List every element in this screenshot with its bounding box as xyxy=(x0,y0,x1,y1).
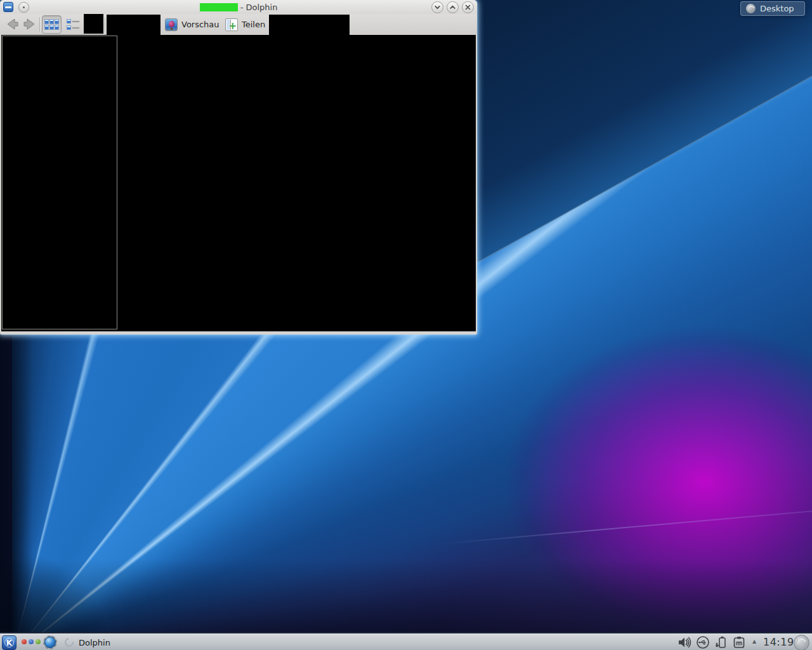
taskbar-panel: K Dolphin xyxy=(0,632,812,650)
preview-balloon-icon xyxy=(165,18,178,31)
window-menu-icon[interactable] xyxy=(3,2,13,12)
task-label: Dolphin xyxy=(79,638,110,647)
icons-view-button[interactable] xyxy=(42,15,62,34)
toolbar: Vorschau + Teilen xyxy=(0,14,477,35)
close-button[interactable] xyxy=(462,1,474,13)
preview-button-label: Vorschau xyxy=(181,20,219,29)
places-panel-redacted[interactable] xyxy=(2,36,117,329)
toolbar-separator xyxy=(105,17,105,32)
wallpaper-sky-sheet xyxy=(444,0,812,281)
file-view-redacted[interactable] xyxy=(118,35,476,331)
digital-clock[interactable]: 14:19 xyxy=(763,636,794,648)
redacted-toolbar-item xyxy=(84,14,103,34)
window-title-text: - Dolphin xyxy=(240,3,278,12)
dolphin-window: - Dolphin xyxy=(0,0,477,335)
pager-dot-red[interactable] xyxy=(22,639,27,644)
redacted-location-area xyxy=(107,15,160,35)
details-view-icon xyxy=(67,19,79,30)
redacted-toolbar-area xyxy=(269,15,350,35)
pager-dot-green[interactable] xyxy=(36,639,41,644)
tray-expander-arrow[interactable]: ▲ xyxy=(752,639,756,644)
split-button-label: Teilen xyxy=(242,20,265,29)
split-view-icon: + xyxy=(225,18,238,31)
taskbar-task-dolphin[interactable]: Dolphin xyxy=(62,635,113,650)
titlebar[interactable]: - Dolphin xyxy=(0,0,477,14)
maximize-button[interactable] xyxy=(447,1,459,13)
arrow-left-icon xyxy=(4,17,20,32)
window-controls xyxy=(431,1,474,13)
arrow-right-icon xyxy=(22,17,37,32)
clipboard-tray-button[interactable] xyxy=(732,635,746,649)
split-button[interactable]: + Teilen xyxy=(223,16,268,33)
plasma-cashew-icon xyxy=(746,4,756,13)
back-button[interactable] xyxy=(4,17,20,32)
chevron-down-icon xyxy=(434,4,441,11)
details-view-button[interactable] xyxy=(64,16,81,33)
volume-icon xyxy=(678,635,691,649)
chevron-up-icon xyxy=(449,4,456,11)
volume-tray-button[interactable] xyxy=(678,635,691,649)
globe-icon xyxy=(44,637,56,648)
battery-plug-icon xyxy=(714,635,728,649)
close-icon xyxy=(464,4,471,11)
desktop-toolbox-button[interactable]: Desktop xyxy=(740,1,805,16)
loading-spinner-icon xyxy=(63,636,75,648)
title-redaction-green xyxy=(200,3,238,11)
device-notifier-tray-button[interactable] xyxy=(696,635,710,649)
window-title: - Dolphin xyxy=(200,0,278,14)
battery-tray-button[interactable] xyxy=(714,635,728,649)
desktop-root: Desktop - Dolphin xyxy=(0,0,812,650)
desktop-toolbox-label: Desktop xyxy=(760,4,794,13)
window-content xyxy=(1,35,476,331)
clipboard-icon xyxy=(732,635,746,649)
globe-gear-launcher-button[interactable] xyxy=(43,635,57,649)
kde-k-letter: K xyxy=(6,639,12,647)
forward-button[interactable] xyxy=(22,17,37,32)
on-all-desktops-button[interactable] xyxy=(18,2,29,13)
panel-cashew-button[interactable] xyxy=(794,635,809,650)
usb-icon xyxy=(696,635,710,649)
minimize-button[interactable] xyxy=(431,1,443,13)
icons-view-icon xyxy=(44,19,59,30)
toolbar-separator xyxy=(39,17,40,32)
preview-button[interactable]: Vorschau xyxy=(162,16,222,33)
wallpaper-sky-layer xyxy=(444,0,812,650)
pager-dot-blue[interactable] xyxy=(29,639,34,644)
kmenu-launcher-button[interactable]: K xyxy=(2,635,16,650)
